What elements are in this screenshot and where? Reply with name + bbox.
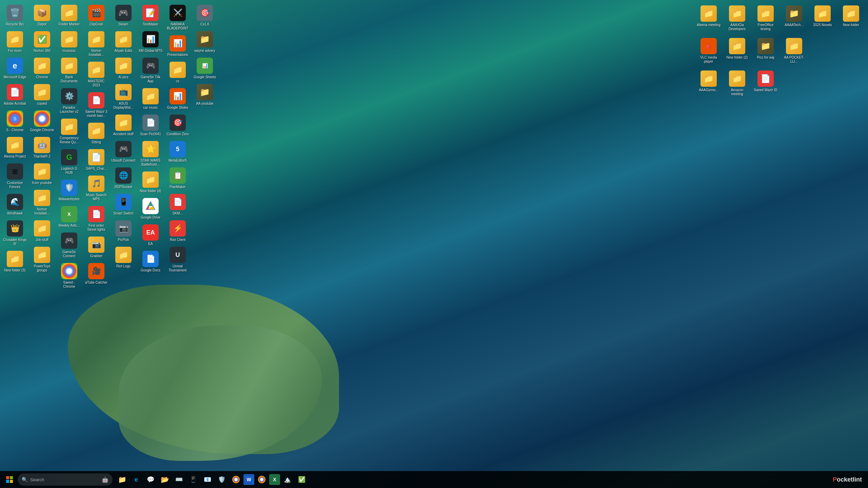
desktop-icon-grabber[interactable]: 📷 Grabber: [83, 235, 110, 260]
desktop-icon-riot-logs[interactable]: 📁 Riot Logs: [110, 245, 137, 270]
desktop-icon-rdp-rocket[interactable]: 🌐 RDPRocket: [110, 165, 137, 191]
desktop-icon-sitting[interactable]: 📁 Sitting: [83, 121, 110, 146]
desktop-icon-masterc[interactable]: 📁 MASTERC 2023: [83, 60, 110, 89]
desktop-icon-norton-install[interactable]: 📁 Norton Installati...: [83, 29, 110, 59]
desktop-icon-music-search[interactable]: 🎵 Music Search MP5: [83, 174, 110, 203]
desktop-icon-textmaker[interactable]: 📝 TextMaker: [137, 3, 164, 28]
desktop-icon-riot-client[interactable]: ⚡ Riot Client: [164, 218, 191, 244]
desktop-icon-from-youtube[interactable]: 📁 from youtube: [28, 161, 56, 187]
desktop-icon-planmaker[interactable]: 📋 PlanMaker: [164, 165, 191, 191]
desktop-icon-aaatech[interactable]: 📁 AAAATech...: [781, 3, 808, 29]
desktop-icon-freeoffice[interactable]: 📁 FreeOffice testing: [752, 3, 779, 33]
taskbar-norton[interactable]: 🛡️: [215, 473, 229, 486]
desktop-icon-folder-marker[interactable]: 📁 Folder Marker: [56, 3, 83, 28]
desktop-icon-pics-waj[interactable]: 📁 Pics for waj: [752, 36, 779, 62]
desktop-icon-s-chrome[interactable]: S S - Chrome: [1, 108, 28, 134]
desktop-icon-aleena-meeting[interactable]: 📁 Aleena meeting: [695, 3, 722, 29]
desktop-icon-copied[interactable]: 📁 copied: [28, 82, 56, 108]
desktop-icon-accident-stuff[interactable]: 📁 Accident stuff: [110, 113, 137, 138]
desktop-icon-ai-pics[interactable]: 📁 Ai pics: [110, 56, 137, 81]
desktop-icon-malwarebytes[interactable]: 🛡️ Malwarebytes: [56, 178, 83, 203]
desktop-icon-star-wars[interactable]: ⭐ STAR WARS Battlefront...: [137, 139, 164, 169]
desktop-icon-competency[interactable]: 📁 Competency Renew Qu...: [56, 117, 83, 146]
desktop-icon-new-folder-2[interactable]: 📁 New folder (2): [724, 36, 751, 62]
desktop-icon-depot[interactable]: 📦 Depot: [28, 3, 56, 28]
desktop-icon-first-order[interactable]: 📄 First order Street lights: [83, 204, 110, 234]
desktop-icon-aa-youtube[interactable]: 📁 AA youtube: [191, 82, 218, 108]
desktop-icon-saeed-chrome[interactable]: Saeed - Chrome: [56, 261, 83, 291]
taskbar-word[interactable]: W: [243, 474, 254, 485]
desktop-icon-crusader-kings[interactable]: 👑 Crusader Kings III: [1, 218, 28, 248]
taskbar-touchpad[interactable]: ⌨️: [172, 473, 186, 486]
desktop-icon-cs16[interactable]: 🎯 Cs1.6: [191, 3, 218, 28]
desktop-icon-gamesir-connect[interactable]: 🎮 GameSir Connect: [56, 230, 83, 260]
desktop-icon-new-folder-d[interactable]: 📁 New folder (d): [137, 169, 164, 195]
desktop-icon-xm-global[interactable]: 📊 XM Global MTS: [137, 29, 164, 55]
desktop-icon-wayne-advery[interactable]: 📁 wayne advery: [191, 29, 218, 55]
desktop-icon-car-music[interactable]: 📁 car music: [137, 86, 164, 112]
desktop-icon-atiyah-edits[interactable]: 📁 Atiyah Edits: [110, 29, 137, 55]
desktop-icon-aaaxda-dev[interactable]: 📁 AAAXDa Developers: [724, 3, 751, 33]
desktop-icon-saeed-wazir3[interactable]: 📄 Saeed Wazir 3 month ban...: [83, 90, 110, 120]
desktop-icon-job-stuff[interactable]: 📁 Job stuff: [28, 218, 56, 244]
taskbar-explorer2[interactable]: 📂: [158, 473, 172, 486]
desktop-icon-metaeditor[interactable]: 5 MetaEditor5: [164, 139, 191, 165]
desktop-icon-titanfall[interactable]: 🤖 Titanfall® 2: [28, 135, 56, 161]
desktop-icon-norton-install2[interactable]: 📁 Norton Installati...: [28, 188, 56, 218]
desktop-icon-google-docs[interactable]: 📄 Google Docs: [137, 249, 164, 274]
taskbar-phone-link[interactable]: 📱: [186, 473, 200, 486]
desktop-icon-gamesir-t4k[interactable]: 🎮 GameSir T4k App: [137, 56, 164, 85]
desktop-icon-atube-catcher[interactable]: 🎥 aTube Catcher: [83, 261, 110, 287]
desktop-icon-ea[interactable]: EA EA: [137, 222, 164, 248]
taskbar-teams[interactable]: 💬: [144, 473, 157, 486]
desktop-icon-2025-novels[interactable]: 📁 2025 Novels: [809, 3, 836, 29]
desktop-icon-weekly-article[interactable]: X Weekly Artic...: [56, 204, 83, 230]
desktop-icon-condition-zero[interactable]: 🎯 Condition Zero: [164, 113, 191, 138]
desktop-icon-aaagizmo[interactable]: 📁 AAAGizmo...: [695, 68, 722, 94]
start-button[interactable]: [3, 473, 16, 486]
desktop-icon-bank-docs[interactable]: 📁 Bank Documents: [56, 56, 83, 85]
taskbar-outlook[interactable]: 📧: [201, 473, 214, 486]
desktop-icon-amazon-meeting[interactable]: 📁 Amazon meeting: [724, 68, 751, 98]
desktop-icon-adobe-acrobat[interactable]: 📄 Adobe Acrobat: [1, 82, 28, 108]
desktop-icon-clipgrab[interactable]: 🎬 ClipGrab: [83, 3, 110, 28]
taskbar-panorama[interactable]: 🏔️: [281, 473, 294, 486]
desktop-icon-vlc[interactable]: 🔺 VLC media player: [695, 36, 722, 66]
desktop-icon-google-drive[interactable]: Google Drive: [137, 196, 164, 222]
desktop-icon-saeed-wazir-id[interactable]: 📄 Saeed Wazir ID: [752, 68, 779, 94]
desktop-icon-recycle-bin[interactable]: 🗑️ Recycle Bin: [1, 3, 28, 28]
desktop-icon-microsoft-edge[interactable]: e Microsoft Edge: [1, 56, 28, 81]
desktop-icon-skm[interactable]: 📄 SKM...: [164, 192, 191, 218]
taskbar-norton360[interactable]: ✅: [295, 473, 309, 486]
desktop-icon-aleena-project[interactable]: 📁 Aleena Project: [1, 135, 28, 161]
desktop-icon-naraka[interactable]: ⚔️ NARAKA BLADEPOINT: [164, 3, 191, 33]
desktop-icon-for-mum[interactable]: 📁 For mum: [1, 29, 28, 55]
desktop-icon-paradox[interactable]: ⚙️ Paradox Launcher v2: [56, 86, 83, 116]
desktop-icon-steam[interactable]: 🎮 Steam: [110, 3, 137, 28]
desktop-icon-ubisoft[interactable]: 🎮 Ubisoft Connect: [110, 139, 137, 165]
desktop-icon-google-sheets[interactable]: 📊 Google Sheets: [191, 56, 218, 81]
desktop-icon-cs-folder[interactable]: 📁 cs: [164, 60, 191, 85]
desktop-icon-asus-display[interactable]: 📺 ASUS DisplayWid...: [110, 82, 137, 112]
desktop-icon-new-folder-right[interactable]: 📁 New folder: [837, 3, 865, 29]
desktop-icon-saps-char[interactable]: 📄 SAPS_Char...: [83, 147, 110, 173]
desktop-icon-new-folder-3[interactable]: 📁 New folder (3): [1, 249, 28, 274]
desktop-icon-presentations[interactable]: 📊 Presentations: [164, 33, 191, 59]
desktop-icon-powertoys[interactable]: 📁 PowerToys groups: [28, 245, 56, 274]
taskbar-edge[interactable]: e: [130, 473, 143, 486]
desktop-icon-unreal-tournament[interactable]: U Unreal Tournament: [164, 245, 191, 274]
taskbar-chrome2[interactable]: [255, 473, 269, 486]
desktop-icon-norton360[interactable]: ✅ Norton 360: [28, 29, 56, 55]
desktop-icon-picpick[interactable]: 📷 PicPick: [110, 218, 137, 244]
desktop-icon-google-slides[interactable]: 📊 Google Slides: [164, 86, 191, 112]
desktop-icon-windhawk[interactable]: 🌊 Windhawk: [1, 192, 28, 218]
desktop-icon-chrome-folder[interactable]: 📁 Chrome: [28, 56, 56, 81]
taskbar-chrome[interactable]: [229, 473, 243, 486]
desktop-icon-aa-pocket[interactable]: 📁 AA POCKET-LLI...: [781, 36, 808, 66]
desktop-icon-smart-switch[interactable]: 📱 Smart Switch: [110, 192, 137, 218]
taskbar-excel[interactable]: X: [269, 474, 280, 485]
desktop-icon-logitech[interactable]: G Logitech G HUB: [56, 147, 83, 177]
desktop-icon-customize-fences[interactable]: ⊞ Customize Fences: [1, 161, 28, 191]
desktop-icon-scan-pic[interactable]: 📄 Scan Pic0041: [137, 113, 164, 138]
desktop-icon-mussssc[interactable]: 📁 mussssc: [56, 29, 83, 55]
